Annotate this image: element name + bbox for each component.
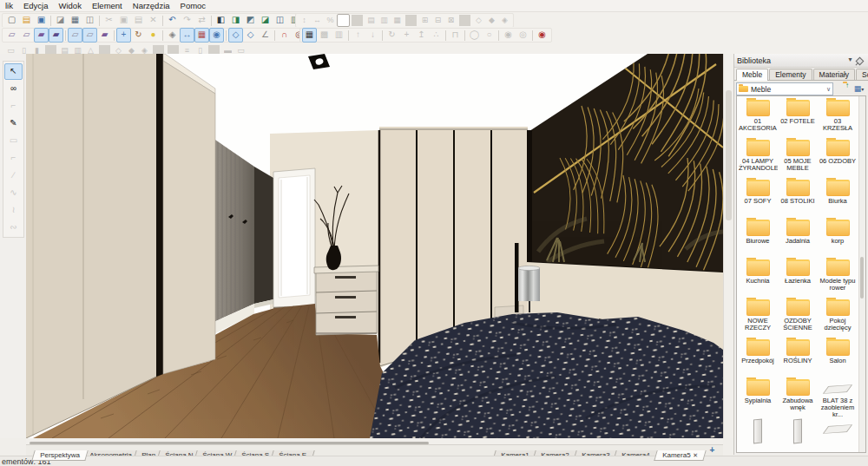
pipette-tool-icon[interactable]: ✎ <box>4 115 23 132</box>
library-item[interactable]: Biurka <box>818 178 858 218</box>
add-camera-button[interactable]: + <box>707 445 718 456</box>
library-item[interactable]: korp <box>818 218 858 258</box>
library-tab[interactable]: Schowek <box>856 69 868 80</box>
folder-up-button[interactable]: ↑ <box>835 82 850 96</box>
view-outline-icon[interactable]: ▱ <box>82 28 97 43</box>
view-mode-button[interactable]: ▦▾ <box>852 82 866 96</box>
move-mode-icon[interactable]: + <box>116 28 131 43</box>
save-icon[interactable]: ▣ <box>34 13 49 28</box>
print-preview-icon[interactable]: ◫ <box>82 13 97 28</box>
viewport-horizontal-scrollbar[interactable] <box>26 438 723 444</box>
dimension-icon[interactable]: ↔ <box>180 28 194 43</box>
library-item[interactable]: 06 OZDOBY <box>818 138 858 178</box>
library-item[interactable]: 03 KRZESŁA <box>818 98 858 138</box>
menu-item[interactable]: Widok <box>54 1 87 11</box>
grid-hide-icon: ▥ <box>332 28 346 43</box>
open-file-icon[interactable]: ▤ <box>19 13 34 28</box>
view-rendered-icon[interactable]: ▰ <box>49 28 63 43</box>
views-panel-icon[interactable]: ◫ <box>273 13 287 28</box>
pin-icon[interactable] <box>856 57 865 66</box>
library-item-label: Sypialnia <box>738 397 778 404</box>
grid-table-icon[interactable]: ▦ <box>194 28 209 43</box>
scrollbar-thumb[interactable] <box>726 90 732 220</box>
print-icon[interactable]: ▦ <box>68 13 82 28</box>
library-tab[interactable]: Materiały <box>813 69 855 80</box>
snap-point-icon[interactable]: ◇ <box>228 28 243 43</box>
view-wireframe-icon[interactable]: ▱ <box>4 28 19 43</box>
status-bar: ementów: 161 <box>0 456 868 466</box>
menu-item[interactable]: Edycja <box>18 1 54 11</box>
magnet-icon[interactable]: ∩ <box>277 28 292 43</box>
library-item[interactable]: Jadalnia <box>778 218 818 258</box>
view-hiddenline-icon[interactable]: ▱ <box>19 28 34 43</box>
view-tab[interactable]: Perspektywa <box>31 450 88 461</box>
select-tool-icon[interactable]: ↖ <box>4 63 23 80</box>
library-item[interactable]: Zabudowa wnęk <box>778 377 818 417</box>
library-item[interactable]: 01 AKCESORIA <box>738 98 778 138</box>
library-item[interactable]: 05 MOJE MEBLE <box>778 138 818 178</box>
folder-icon <box>786 379 810 396</box>
snap-grid-icon[interactable]: ▦ <box>302 28 317 43</box>
library-tab[interactable]: Meble <box>736 69 768 81</box>
back-door <box>273 168 315 311</box>
camera-tab[interactable]: Kamera5✕ <box>654 450 707 461</box>
view-white-model-icon[interactable]: ▱ <box>68 28 82 43</box>
library-item[interactable]: 02 FOTELE <box>778 98 818 138</box>
library-item[interactable] <box>738 417 778 453</box>
walk-tool-icon[interactable]: ∞ <box>4 81 23 97</box>
project-panel-icon[interactable]: ◧ <box>214 13 228 28</box>
library-item[interactable]: Biurowe <box>738 218 778 258</box>
snap-angle-icon[interactable]: ∠ <box>258 28 273 43</box>
library-tab[interactable]: Elementy <box>769 69 812 80</box>
library-item[interactable]: 08 STOLIKI <box>778 178 818 218</box>
library-item[interactable]: Sypialnia <box>738 377 778 417</box>
visibility-icon[interactable]: ◉ <box>209 28 224 43</box>
separator <box>348 30 349 41</box>
menu-item[interactable]: Narzędzia <box>128 1 175 11</box>
library-item[interactable]: 04 LAMPY ŻYRANDOLE <box>738 138 778 178</box>
library-item[interactable]: Łazienka <box>778 258 818 298</box>
library-item[interactable]: Pokój dziecięcy <box>818 298 858 338</box>
view-shaded-icon[interactable]: ▰ <box>34 28 49 43</box>
elements-panel-icon[interactable]: ◨ <box>228 13 243 28</box>
library-item[interactable]: Modele typu rower <box>818 258 858 298</box>
undo-icon[interactable]: ↶ <box>165 13 180 28</box>
menu-item[interactable]: Element <box>87 1 128 11</box>
library-item-label: Salon <box>818 358 858 364</box>
chevron-down-icon[interactable]: ▾ <box>845 56 855 65</box>
view-solid-icon[interactable]: ▰ <box>97 28 112 43</box>
library-path-combobox[interactable]: Meble ∨ <box>736 82 833 95</box>
import-icon[interactable]: ◪ <box>53 13 68 28</box>
viewport-3d[interactable] <box>26 54 723 438</box>
library-item[interactable]: Kuchnia <box>738 258 778 298</box>
library-item[interactable]: OZDOBY ŚCIENNE <box>778 298 818 338</box>
menu-item[interactable]: lik <box>0 1 18 11</box>
new-file-icon[interactable]: ▢ <box>4 13 19 28</box>
orbit-mode-icon[interactable]: ↻ <box>131 28 146 43</box>
library-item[interactable]: BLAT 38 z zaobleniem kr... <box>818 377 858 417</box>
zoom-window-icon[interactable]: ◩ <box>243 13 258 28</box>
move-down-icon: ↓ <box>365 28 380 43</box>
library-item[interactable]: NOWE RZECZY <box>738 298 778 338</box>
scrollbar-thumb[interactable] <box>860 257 864 299</box>
library-item[interactable]: ROŚLINY <box>778 338 818 377</box>
layer-combo[interactable] <box>337 14 350 27</box>
light-icon[interactable]: ● <box>146 28 161 43</box>
snap-edge-icon[interactable]: ◇ <box>243 28 258 43</box>
library-item[interactable]: Salon <box>818 338 858 377</box>
target-icon[interactable]: ◉ <box>535 28 549 43</box>
viewport-canvas[interactable] <box>26 54 723 438</box>
layers-panel-icon[interactable]: ◪ <box>258 13 273 28</box>
close-tab-icon[interactable]: ✕ <box>693 450 698 460</box>
sphere-icon: ◉ <box>501 28 516 43</box>
library-item[interactable]: 07 SOFY <box>738 178 778 218</box>
separator <box>211 16 212 26</box>
up-arrow-icon: ↑ <box>845 82 849 89</box>
library-item[interactable] <box>818 417 858 453</box>
library-item[interactable]: Przedpokój <box>738 338 778 377</box>
chevron-down-icon[interactable]: ∨ <box>826 86 831 93</box>
library-scrollbar[interactable] <box>858 96 865 452</box>
library-item[interactable] <box>778 417 818 453</box>
menu-item[interactable]: Pomoc <box>175 1 212 11</box>
texture-icon[interactable]: ◈ <box>165 28 180 43</box>
